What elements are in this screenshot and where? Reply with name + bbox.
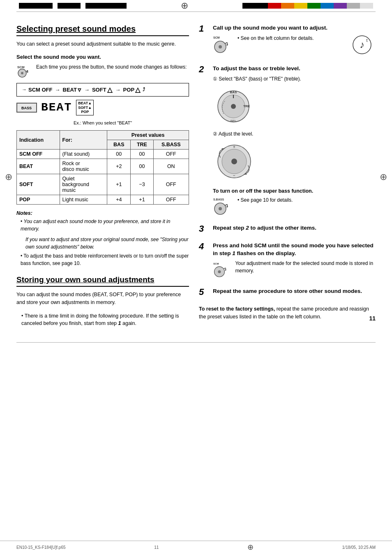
table-row: SCM OFF(Flat sound)0000OFF (17, 150, 189, 159)
svg-point-27 (219, 207, 222, 210)
step-4-scm-icon: SCM (213, 260, 231, 280)
step-2-sub1: ① Select "BAS" (bass) or "TRE" (treble). (213, 75, 376, 83)
flow-diagram: → SCM OFF → BEAT ▿ → SOFT △ → POP △ ⤴ (16, 83, 189, 97)
scm-desc: Each time you press the button, the soun… (36, 63, 187, 71)
note-1-sub: If you want to adjust and store your ori… (25, 236, 189, 251)
storing-title: Storing your own sound adjustments (16, 275, 189, 287)
svg-point-9 (219, 45, 222, 48)
beat-display-text: BEAT (41, 101, 72, 114)
sbass-icon: S.BASS (213, 196, 233, 217)
step-5: 5 Repeat the same procedure to store oth… (199, 288, 376, 298)
step-4-number: 4 (199, 242, 208, 251)
footer-right: 1/18/05, 10:25 AM (342, 545, 376, 550)
beat-badge: BEAT▲SOFT▲POP (76, 100, 94, 115)
left-margin-crosshair-icon: ⊕ (5, 172, 12, 182)
table-row: BEATRock or disco music+200ON (17, 159, 189, 174)
crosshair-bottom-left-icon: ⊕ (247, 543, 254, 552)
step-3-number: 3 (199, 224, 208, 233)
preset-table: Indication For: Preset values BAS TRE S.… (16, 130, 189, 205)
step-1-title: Call up the sound mode you want to adjus… (213, 24, 376, 32)
table-row: POPLight music+4+1OFF (17, 195, 189, 205)
storing-intro: You can adjust the sound modes (BEAT, SO… (16, 291, 189, 306)
scm-button-icon: SCM (16, 63, 32, 79)
svg-text:BAS: BAS (230, 90, 238, 94)
step-3: 3 Repeat step 2 to adjust the other item… (199, 224, 376, 235)
svg-text:SCM: SCM (213, 262, 219, 265)
adjust-dial-icon: + − (213, 141, 256, 182)
step-5-title: Repeat the same procedure to store other… (213, 288, 376, 295)
step-4-title: Press and hold SCM until the sound mode … (213, 242, 376, 258)
note-1: You can adjust each sound mode to your p… (21, 218, 189, 233)
note-2: To adjust the bass and treble reinforcem… (21, 252, 189, 267)
svg-point-31 (218, 270, 221, 273)
storing-section: Storing your own sound adjustments You c… (16, 275, 189, 327)
svg-point-13 (231, 104, 236, 109)
music-icon: ♪ t (352, 35, 372, 55)
intro-text: You can select a preset sound adjustment… (16, 40, 189, 48)
right-margin-crosshair-icon: ⊕ (380, 172, 387, 182)
svg-point-5 (21, 72, 23, 74)
sbass-note: • See page 10 for details. (238, 196, 293, 204)
footer-left: EN10-15_KS-F184[U]f.p65 (16, 545, 66, 550)
storing-bullet: There is a time limit in doing the follo… (21, 312, 189, 328)
step-1: 1 Call up the sound mode you want to adj… (199, 24, 376, 58)
svg-text:−: − (233, 173, 235, 178)
step-1-scm-icon: SCM (213, 35, 233, 55)
svg-text:t: t (366, 38, 367, 43)
footer: EN10-15_KS-F184[U]f.p65 11 ⊕ 1/18/05, 10… (0, 541, 392, 552)
step-2-number: 2 (199, 65, 208, 74)
notes-title: Notes: (16, 210, 189, 216)
svg-text:♪: ♪ (360, 39, 364, 50)
svg-text:TRE: TRE (243, 104, 250, 108)
step-3-title: Repeat step 2 to adjust the other items. (213, 224, 376, 232)
svg-text:SEL: SEL (230, 119, 237, 123)
svg-text:S.BASS: S.BASS (213, 198, 224, 201)
step-2-title: To adjust the bass or treble level. (213, 65, 376, 73)
section-title: Selecting preset sound modes (16, 24, 189, 36)
sel-dial-icon: BAS TRE SEL (213, 86, 254, 125)
svg-text:SCM: SCM (213, 36, 220, 39)
beat-display-row: BASS BEAT BEAT▲SOFT▲POP (16, 100, 189, 115)
to-turn-label: To turn on or off the super bass functio… (213, 188, 376, 194)
step-4-note: Your adjustment made for the selected so… (235, 260, 376, 274)
footer-center: 11 (154, 545, 159, 550)
step-1-note: • See on the left column for details. (238, 35, 314, 42)
crosshair-center-icon: ⊕ (181, 0, 188, 11)
subsection-title: Select the sound mode you want. (16, 54, 189, 60)
page-number: 11 (369, 315, 376, 322)
table-row: SOFTQuiet background music+1−3OFF (17, 174, 189, 195)
notes-section: Notes: You can adjust each sound mode to… (16, 210, 189, 267)
svg-text:SCM: SCM (17, 65, 25, 69)
step-2: 2 To adjust the bass or treble level. ① … (199, 65, 376, 217)
beat-example: Ex.: When you select "BEAT" (16, 120, 189, 125)
step-2-sub2: ② Adjust the level. (213, 130, 376, 138)
reset-note: To reset to the factory settings, repeat… (199, 305, 376, 321)
svg-text:+: + (233, 145, 235, 149)
svg-point-20 (231, 159, 237, 164)
step-5-number: 5 (199, 288, 208, 297)
step-4: 4 Press and hold SCM until the sound mod… (199, 242, 376, 281)
step-1-number: 1 (199, 24, 208, 33)
